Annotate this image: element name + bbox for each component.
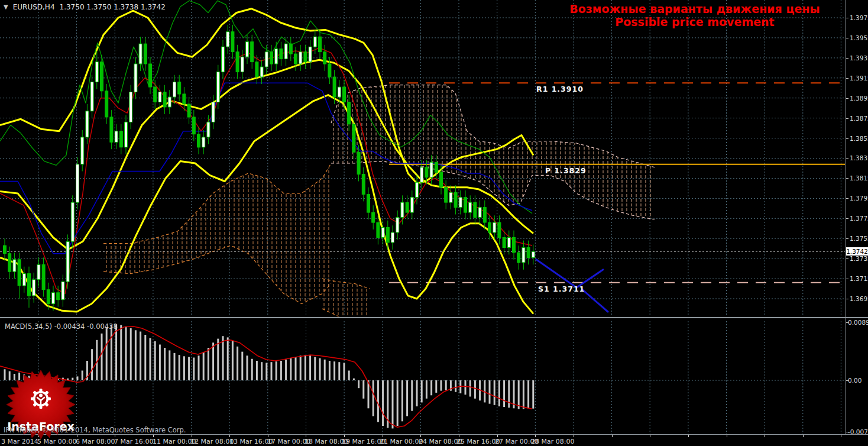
time-tick-label: 12 Mar 08:00: [190, 438, 234, 445]
time-tick-mark: [688, 435, 689, 437]
copyright-label: IFX Trader, © 2001-2014, MetaQuotes Soft…: [4, 426, 186, 434]
pane-separator-top[interactable]: [0, 317, 868, 318]
time-tick-label: 6 Mar 08:00: [76, 438, 115, 445]
pane-separator-bottom: [0, 434, 868, 435]
time-tick-label: 19 Mar 16:00: [342, 438, 385, 445]
pivot-label-p: P 1.3829: [545, 166, 587, 175]
price-tick-label: 1.3755: [850, 235, 868, 242]
time-tick-label: 13 Mar 16:00: [229, 438, 273, 445]
macd-histogram-layer: [4, 324, 535, 428]
macd-indicator-pane[interactable]: [0, 321, 846, 434]
price-tick-label: 1.3955: [850, 34, 868, 41]
time-tick-mark: [650, 435, 650, 437]
macd-tick-label: 0.0089: [848, 319, 868, 326]
time-tick-mark: [383, 435, 383, 437]
time-tick-label: 24 Mar 08:00: [419, 438, 462, 445]
price-tick-label: 1.3695: [850, 295, 868, 302]
instaforex-logo: InstaForex: [2, 368, 79, 446]
price-tick-label: 1.3815: [850, 174, 868, 182]
price-tick-label: 1.3735: [850, 255, 868, 262]
time-tick-label: 7 Mar 16:00: [114, 438, 153, 445]
macd-tick-label: 0.00: [848, 377, 861, 384]
time-tick-mark: [841, 435, 841, 437]
time-tick-mark: [306, 435, 306, 437]
price-tick-label: 1.3895: [850, 95, 868, 102]
time-tick-mark: [612, 435, 613, 437]
ichimoku-cloud-layer: [103, 85, 655, 316]
time-tick-mark: [268, 435, 268, 437]
time-tick-mark: [535, 435, 536, 437]
logo-gear-icon: [31, 389, 51, 409]
time-tick-mark: [574, 435, 574, 437]
symbol-dropdown-icon[interactable]: ▼: [4, 3, 8, 11]
time-tick-mark: [115, 435, 115, 437]
time-tick-mark: [420, 435, 421, 437]
price-scale-divider: [846, 0, 846, 434]
current-price-box: 1.3742: [846, 247, 868, 256]
symbol-timeframe-label: EURUSD,H4: [13, 3, 55, 11]
chart-window: ▼ EURUSD,H4 1.3750 1.3750 1.3738 1.3742 …: [0, 0, 868, 446]
time-tick-label: 25 Mar 16:00: [456, 438, 500, 445]
price-tick-label: 1.3775: [850, 215, 868, 222]
price-tick-label: 1.3795: [850, 195, 868, 202]
price-tick-label: 1.3835: [850, 154, 868, 161]
time-tick-mark: [192, 435, 192, 437]
price-tick-label: 1.3715: [850, 275, 868, 282]
time-tick-mark: [765, 435, 765, 437]
price-annotation: Возможные варианты движения цены Possibl…: [556, 2, 834, 28]
chart-header: ▼ EURUSD,H4 1.3750 1.3750 1.3738 1.3742: [4, 3, 166, 11]
time-tick-mark: [727, 435, 727, 437]
price-tick-label: 1.3915: [850, 75, 868, 82]
time-tick-mark: [497, 435, 498, 437]
macd-indicator-label: MACD(5,34,5) -0.00434 -0.00438: [5, 322, 118, 331]
time-tick-label: 21 Mar 00:00: [380, 438, 423, 445]
time-tick-mark: [344, 435, 345, 437]
pivot-label-r1: R1 1.3910: [536, 85, 584, 93]
ohlc-quote-label: 1.3750 1.3750 1.3738 1.3742: [60, 3, 166, 11]
annotation-line-en: Possible price movement: [556, 15, 834, 28]
time-tick-mark: [803, 435, 804, 437]
price-tick-label: 1.3975: [850, 14, 868, 21]
main-chart-pane[interactable]: [0, 0, 846, 316]
price-tick-label: 1.3875: [850, 115, 868, 122]
time-tick-mark: [459, 435, 459, 437]
time-tick-mark: [229, 435, 230, 437]
time-tick-label: 11 Mar 00:00: [153, 438, 196, 445]
pivot-label-s1: S1 1.3711: [538, 285, 585, 293]
price-tick-label: 1.3855: [850, 135, 868, 142]
time-tick-mark: [153, 435, 154, 437]
time-tick-label: 28 Mar 08:00: [531, 438, 574, 445]
annotation-line-ru: Возможные варианты движения цены: [556, 2, 834, 15]
price-tick-label: 1.3935: [850, 54, 868, 62]
